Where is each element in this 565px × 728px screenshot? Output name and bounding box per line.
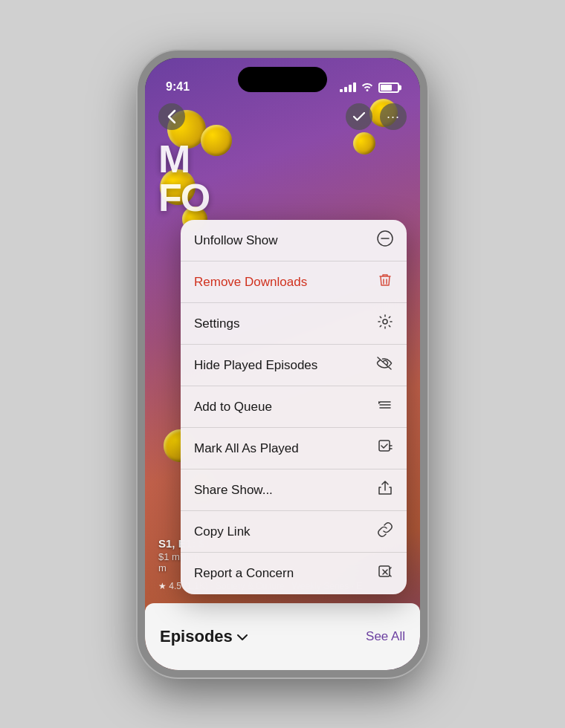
gear-icon <box>377 313 393 334</box>
status-icons <box>340 81 399 94</box>
more-button[interactable]: ··· <box>380 103 407 130</box>
context-menu: Unfollow Show Remove Downloads Settings <box>181 220 407 594</box>
phone-frame: 9:41 <box>138 51 427 677</box>
check-square-icon <box>377 438 393 458</box>
menu-item-copy-link-label: Copy Link <box>194 524 251 539</box>
menu-item-mark-played-label: Mark All As Played <box>194 441 299 456</box>
menu-item-add-queue[interactable]: Add to Queue <box>181 386 407 428</box>
menu-item-remove-downloads-label: Remove Downloads <box>194 275 307 290</box>
show-letter-m: M <box>158 140 209 178</box>
eye-slash-icon <box>375 355 393 375</box>
episodes-label-group: Episodes <box>160 627 248 646</box>
share-icon <box>377 480 393 500</box>
nav-bar: ··· <box>145 98 420 135</box>
menu-item-settings[interactable]: Settings <box>181 303 407 345</box>
svg-point-2 <box>383 319 387 324</box>
menu-item-share-show-label: Share Show... <box>194 483 273 498</box>
report-icon <box>377 564 393 584</box>
episodes-footer: Episodes See All <box>145 603 420 670</box>
menu-item-report[interactable]: Report a Concern <box>181 553 407 594</box>
dynamic-island <box>238 67 327 92</box>
signal-icon <box>340 82 356 92</box>
menu-item-settings-label: Settings <box>194 316 239 331</box>
show-letter-fo: FO <box>158 178 209 217</box>
status-time: 9:41 <box>166 80 190 94</box>
menu-item-report-label: Report a Concern <box>194 566 294 581</box>
minus-circle-icon <box>377 230 393 250</box>
menu-item-add-queue-label: Add to Queue <box>194 400 272 415</box>
menu-item-hide-played[interactable]: Hide Played Episodes <box>181 345 407 386</box>
menu-item-unfollow[interactable]: Unfollow Show <box>181 220 407 261</box>
show-title-overlay: M FO <box>158 140 209 217</box>
back-button[interactable] <box>158 103 185 130</box>
menu-item-hide-played-label: Hide Played Episodes <box>194 358 317 373</box>
checkmark-button[interactable] <box>346 103 372 130</box>
menu-item-mark-played[interactable]: Mark All As Played <box>181 428 407 469</box>
see-all-button[interactable]: See All <box>366 629 405 644</box>
episodes-label: Episodes <box>160 627 233 646</box>
chevron-down-icon[interactable] <box>237 629 248 645</box>
svg-rect-7 <box>379 441 390 451</box>
menu-item-share-show[interactable]: Share Show... <box>181 469 407 511</box>
nav-right-buttons: ··· <box>346 103 407 130</box>
menu-item-unfollow-label: Unfollow Show <box>194 233 277 248</box>
queue-icon <box>377 397 393 417</box>
trash-icon <box>377 272 393 292</box>
menu-item-remove-downloads[interactable]: Remove Downloads <box>181 261 407 303</box>
wifi-icon <box>361 81 374 94</box>
battery-icon <box>378 82 399 93</box>
menu-item-copy-link[interactable]: Copy Link <box>181 511 407 553</box>
link-icon <box>377 521 393 542</box>
